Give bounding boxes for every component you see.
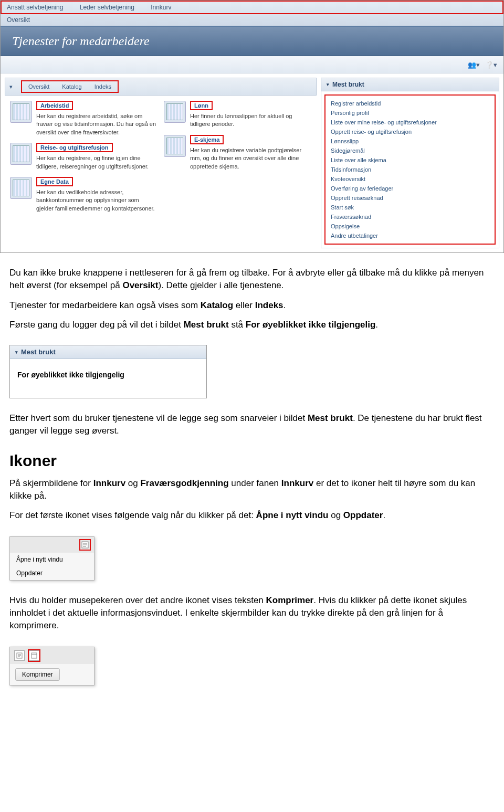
- card-title: Egne Data: [36, 177, 73, 186]
- nav-tab-leder[interactable]: Leder selvbetjening: [80, 4, 134, 11]
- profile-icon: [10, 177, 32, 199]
- tab-indeks[interactable]: Indeks: [92, 82, 113, 91]
- form-icon: [164, 135, 186, 157]
- top-nav-subtab[interactable]: Oversikt: [1, 14, 503, 26]
- mest-brukt-panel: ▾ Mest brukt Registrer arbeidstidPersonl…: [321, 78, 499, 248]
- view-tabs: ▾ Oversikt Katalog Indeks: [5, 78, 317, 96]
- menu-icon-highlighted[interactable]: [79, 539, 91, 551]
- mest-brukt-item[interactable]: Opprett reisesøknad: [331, 193, 489, 203]
- mest-brukt-item[interactable]: Personlig profil: [331, 108, 489, 118]
- card-desc: Her finner du lønnsslippen for aktuell o…: [190, 112, 311, 129]
- menu-item-refresh[interactable]: Oppdater: [10, 566, 94, 580]
- top-nav: Ansatt selvbetjening Leder selvbetjening…: [1, 1, 503, 26]
- chevron-down-icon: ▾: [327, 82, 329, 87]
- view-tabs-highlight: Oversikt Katalog Indeks: [21, 80, 119, 93]
- card-desc: Her kan du registrere, og finne igjen di…: [36, 154, 158, 171]
- popup-menu-screenshot-2: Komprimer: [9, 647, 94, 686]
- collapse-toggle[interactable]: ▾: [9, 83, 13, 90]
- card-title: Lønn: [190, 101, 213, 110]
- mest-brukt-item[interactable]: Fraværssøknad: [331, 212, 489, 222]
- mest-brukt-item[interactable]: Registrer arbeidstid: [331, 99, 489, 108]
- sap-portal-screenshot: Ansatt selvbetjening Leder selvbetjening…: [0, 0, 504, 253]
- mest-brukt-item[interactable]: Overføring av feriedager: [331, 184, 489, 193]
- user-icon[interactable]: 👥▾: [468, 61, 480, 69]
- paragraph-2: Tjenester for medarbeidere kan også vise…: [9, 299, 495, 312]
- mest-brukt-item[interactable]: Kvoteoversikt: [331, 174, 489, 184]
- mest-brukt-item[interactable]: Start søk: [331, 203, 489, 212]
- card-desc: Her kan du registrere variable godtgjøre…: [190, 146, 311, 171]
- mest-brukt-item[interactable]: Liste over alle skjema: [331, 155, 489, 165]
- card-eskjema[interactable]: E-skjema Her kan du registrere variable …: [164, 135, 311, 171]
- svg-rect-8: [32, 653, 37, 658]
- mest-brukt-item[interactable]: Lønnsslipp: [331, 136, 489, 146]
- nav-tab-innkurv[interactable]: Innkurv: [151, 4, 171, 11]
- mest-brukt-item[interactable]: Liste over mine reise- og utgiftsrefusjo…: [331, 118, 489, 127]
- coins-icon: [164, 101, 186, 123]
- card-title: Reise- og utgiftsrefusjon: [36, 143, 113, 152]
- mest-brukt-list: Registrer arbeidstidPersonlig profilList…: [326, 96, 495, 244]
- compress-icon-highlighted[interactable]: [29, 650, 39, 661]
- panel-header: ▾ Mest brukt: [10, 345, 206, 359]
- paragraph-7: Hvis du holder musepekeren over det andr…: [9, 594, 495, 631]
- card-title: E-skjema: [190, 135, 224, 144]
- chevron-down-icon: ▾: [15, 350, 18, 355]
- mest-brukt-highlight: Registrer arbeidstidPersonlig profilList…: [324, 94, 496, 245]
- card-lonn[interactable]: Lønn Her finner du lønnsslippen for aktu…: [164, 101, 311, 129]
- popup-menu-screenshot-1: Åpne i nytt vindu Oppdater: [9, 536, 94, 581]
- calendar-icon: [10, 101, 32, 123]
- komprimer-tooltip: Komprimer: [15, 668, 60, 681]
- card-desc: Her kan du registrere arbeidstid, søke o…: [36, 112, 158, 136]
- nav-tab-ansatt[interactable]: Ansatt selvbetjening: [7, 4, 63, 11]
- menu-item-open-new-window[interactable]: Åpne i nytt vindu: [10, 553, 94, 566]
- panel-title: Mest brukt: [332, 81, 364, 88]
- paragraph-4: Etter hvert som du bruker tjenestene vil…: [9, 412, 495, 437]
- paragraph-3: Første gang du logger deg på vil det i b…: [9, 319, 495, 331]
- card-arbeidstid[interactable]: Arbeidstid Her kan du registrere arbeids…: [10, 101, 158, 136]
- paragraph-5: På skjermbildene for Innkurv og Fraværsg…: [9, 477, 495, 502]
- mest-brukt-item[interactable]: Sidegjøremål: [331, 146, 489, 155]
- card-egnedata[interactable]: Egne Data Her kan du vedlikeholde adress…: [10, 177, 158, 213]
- mest-brukt-item[interactable]: Tidsinformasjon: [331, 165, 489, 174]
- help-icon[interactable]: ❔▾: [485, 61, 497, 69]
- card-title: Arbeidstid: [36, 101, 73, 110]
- hero-title: Tjenester for medarbeidere: [1, 26, 503, 56]
- mest-brukt-item[interactable]: Andre utbetalinger: [331, 231, 489, 240]
- top-nav-row-highlight: Ansatt selvbetjening Leder selvbetjening…: [1, 1, 503, 14]
- toolbar-icons: 👥▾ ❔▾: [1, 56, 503, 73]
- tab-oversikt[interactable]: Oversikt: [26, 82, 51, 91]
- mest-brukt-header[interactable]: ▾ Mest brukt: [321, 78, 499, 91]
- tab-katalog[interactable]: Katalog: [60, 82, 83, 91]
- suitcase-icon: [10, 143, 32, 165]
- mest-brukt-item[interactable]: Opprett reise- og utgiftsrefusjon: [331, 127, 489, 136]
- paragraph-1: Du kan ikke bruke knappene i nettleseren…: [9, 267, 495, 292]
- mest-brukt-item[interactable]: Oppsigelse: [331, 222, 489, 231]
- card-desc: Her kan du vedlikeholde adresser, bankko…: [36, 188, 158, 213]
- heading-ikoner: Ikoner: [9, 450, 495, 472]
- menu-icon[interactable]: [14, 650, 25, 661]
- paragraph-6: For det første ikonet vises følgende val…: [9, 509, 495, 522]
- panel-empty-message: For øyeblikket ikke tilgjengelig: [10, 359, 206, 398]
- card-reise[interactable]: Reise- og utgiftsrefusjon Her kan du reg…: [10, 143, 158, 171]
- mest-brukt-empty-screenshot: ▾ Mest brukt For øyeblikket ikke tilgjen…: [9, 345, 207, 398]
- panel-title: Mest brukt: [21, 348, 56, 356]
